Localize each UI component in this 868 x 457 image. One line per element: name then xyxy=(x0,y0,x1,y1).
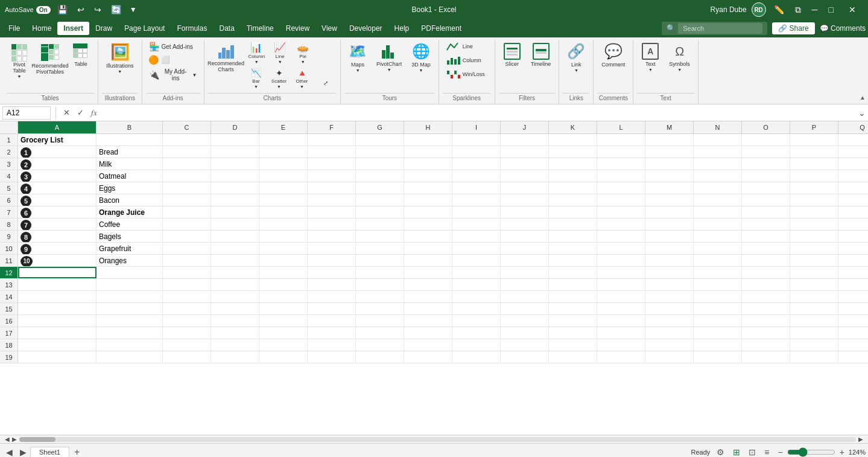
menu-review[interactable]: Review xyxy=(280,22,315,35)
cell-F1[interactable] xyxy=(308,134,356,145)
cell-O10[interactable] xyxy=(742,243,790,254)
menu-draw[interactable]: Draw xyxy=(89,22,118,35)
cell-N4[interactable] xyxy=(694,170,742,182)
cell-N2[interactable] xyxy=(694,146,742,158)
restore-button[interactable]: ⧉ xyxy=(792,4,804,16)
cell-B4[interactable]: Oatmeal xyxy=(97,170,163,182)
pivot-table-button[interactable]: PivotTable ▼ xyxy=(6,40,33,82)
cell-K3[interactable] xyxy=(549,158,597,170)
cell-A3[interactable]: 2 xyxy=(18,158,97,170)
cell-C2[interactable] xyxy=(163,146,211,158)
cell-K12[interactable] xyxy=(549,267,597,278)
cell-I3[interactable] xyxy=(452,158,501,170)
row-num-12[interactable]: 12 xyxy=(0,267,18,278)
cell-D2[interactable] xyxy=(211,146,259,158)
col-header-J[interactable]: J xyxy=(501,121,549,133)
col-header-M[interactable]: M xyxy=(645,121,694,133)
cell-E11[interactable] xyxy=(259,255,308,266)
cell-O4[interactable] xyxy=(742,170,790,182)
col-header-N[interactable]: N xyxy=(694,121,742,133)
comment-button[interactable]: 💬 Comment xyxy=(597,40,629,71)
cell-P7[interactable] xyxy=(790,206,838,218)
formula-expand-button[interactable]: ⌄ xyxy=(858,108,866,118)
cell-E7[interactable] xyxy=(259,206,308,218)
get-addins-button[interactable]: 🏪 Get Add-ins xyxy=(146,40,200,53)
normal-view-button[interactable]: ⊞ xyxy=(731,447,742,457)
cell-O12[interactable] xyxy=(742,267,790,278)
col-header-K[interactable]: K xyxy=(549,121,597,133)
row-num-3[interactable]: 3 xyxy=(0,158,18,170)
cell-B11[interactable]: Oranges xyxy=(97,255,163,266)
cell-M11[interactable] xyxy=(645,255,694,266)
cell-E5[interactable] xyxy=(259,182,308,194)
menu-help[interactable]: Help xyxy=(388,22,416,35)
cell-Q3[interactable] xyxy=(838,158,868,170)
cell-E6[interactable] xyxy=(259,194,308,206)
cell-J5[interactable] xyxy=(501,182,549,194)
page-break-view-button[interactable]: ≡ xyxy=(762,447,771,457)
cell-A12[interactable] xyxy=(18,267,97,278)
cell-H12[interactable] xyxy=(404,267,452,278)
win-loss-button[interactable]: Win/Loss xyxy=(443,68,491,81)
cell-F4[interactable] xyxy=(308,170,356,182)
cell-G2[interactable] xyxy=(356,146,404,158)
cell-N5[interactable] xyxy=(694,182,742,194)
cell-N7[interactable] xyxy=(694,206,742,218)
row-num-4[interactable]: 4 xyxy=(0,170,18,182)
page-layout-view-button[interactable]: ⊡ xyxy=(747,447,758,457)
add-sheet-button[interactable]: + xyxy=(71,447,83,458)
cell-F11[interactable] xyxy=(308,255,356,266)
cell-I9[interactable] xyxy=(452,231,501,242)
insert-function-button[interactable]: 𝑓𝑥 xyxy=(89,108,100,118)
cell-E9[interactable] xyxy=(259,231,308,242)
horizontal-scroll-thumb[interactable] xyxy=(19,437,55,442)
cell-D6[interactable] xyxy=(211,194,259,206)
bar-chart-button[interactable]: 📉 Bar ▼ xyxy=(246,66,267,91)
cell-H3[interactable] xyxy=(404,158,452,170)
menu-file[interactable]: File xyxy=(2,22,26,35)
cell-O8[interactable] xyxy=(742,219,790,230)
cell-N6[interactable] xyxy=(694,194,742,206)
cell-K5[interactable] xyxy=(549,182,597,194)
cell-I11[interactable] xyxy=(452,255,501,266)
cell-G7[interactable] xyxy=(356,206,404,218)
cell-J12[interactable] xyxy=(501,267,549,278)
cell-O6[interactable] xyxy=(742,194,790,206)
cell-D5[interactable] xyxy=(211,182,259,194)
cell-Q6[interactable] xyxy=(838,194,868,206)
cell-D1[interactable] xyxy=(211,134,259,145)
cell-K4[interactable] xyxy=(549,170,597,182)
cell-E8[interactable] xyxy=(259,219,308,230)
cell-L9[interactable] xyxy=(597,231,645,242)
cell-O9[interactable] xyxy=(742,231,790,242)
sheet-nav-left[interactable]: ◀ xyxy=(2,447,16,457)
cell-I12[interactable] xyxy=(452,267,501,278)
cell-O2[interactable] xyxy=(742,146,790,158)
cell-I10[interactable] xyxy=(452,243,501,254)
cell-F7[interactable] xyxy=(308,206,356,218)
col-header-I[interactable]: I xyxy=(452,121,501,133)
cell-C10[interactable] xyxy=(163,243,211,254)
row-num-1[interactable]: 1 xyxy=(0,134,18,145)
redo-button[interactable]: ↪ xyxy=(91,4,104,16)
menu-formulas[interactable]: Formulas xyxy=(171,22,213,35)
cell-A7[interactable]: 6 xyxy=(18,206,97,218)
cell-G12[interactable] xyxy=(356,267,404,278)
cell-H11[interactable] xyxy=(404,255,452,266)
cell-E10[interactable] xyxy=(259,243,308,254)
cell-I2[interactable] xyxy=(452,146,501,158)
cell-D4[interactable] xyxy=(211,170,259,182)
col-header-L[interactable]: L xyxy=(597,121,645,133)
scroll-right-end-button[interactable]: ▶ xyxy=(858,436,863,443)
cell-F5[interactable] xyxy=(308,182,356,194)
minimize-button[interactable]: ─ xyxy=(809,4,821,16)
cell-P1[interactable] xyxy=(790,134,838,145)
cell-M1[interactable] xyxy=(645,134,694,145)
status-settings-icon[interactable]: ⚙ xyxy=(715,447,726,457)
cell-D3[interactable] xyxy=(211,158,259,170)
cell-L3[interactable] xyxy=(597,158,645,170)
cell-J6[interactable] xyxy=(501,194,549,206)
cell-E1[interactable] xyxy=(259,134,308,145)
maps-button[interactable]: 🗺️ Maps ▼ xyxy=(344,40,371,76)
cell-K8[interactable] xyxy=(549,219,597,230)
